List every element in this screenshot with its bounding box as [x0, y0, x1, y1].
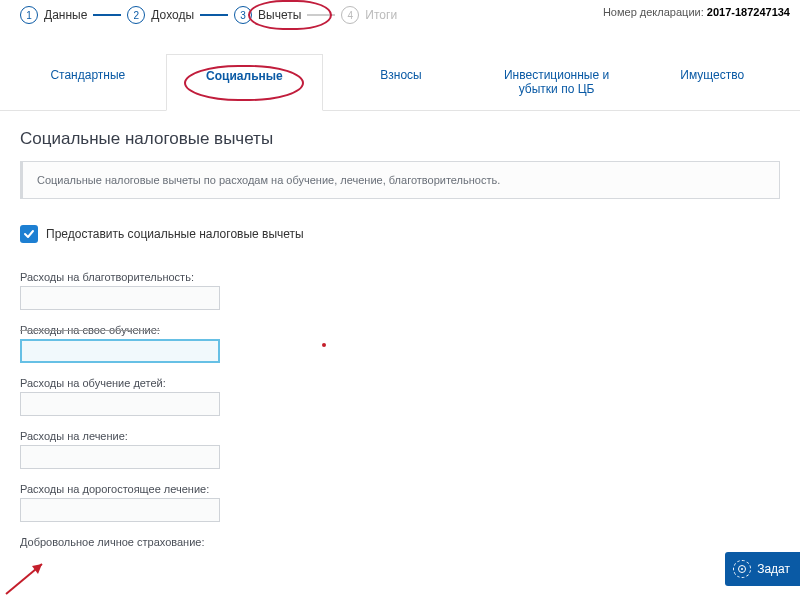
- declaration-label: Номер декларации:: [603, 6, 704, 18]
- declaration-number: Номер декларации: 2017-187247134: [603, 6, 790, 18]
- input-treatment[interactable]: [20, 445, 220, 469]
- field-label-expensive-treatment: Расходы на дорогостоящее лечение:: [20, 483, 780, 495]
- field-label-charity: Расходы на благотворительность:: [20, 271, 780, 283]
- checkbox-label: Предоставить социальные налоговые вычеты: [46, 227, 304, 241]
- tab-investments[interactable]: Инвестиционные и убытки по ЦБ: [479, 54, 635, 110]
- section-title: Социальные налоговые вычеты: [20, 129, 780, 149]
- checkbox-row[interactable]: Предоставить социальные налоговые вычеты: [20, 225, 780, 243]
- tab-label: Взносы: [380, 68, 421, 82]
- step-number: 4: [341, 6, 359, 24]
- step-4: 4 Итоги: [341, 6, 397, 24]
- input-charity[interactable]: [20, 286, 220, 310]
- info-box: Социальные налоговые вычеты по расходам …: [20, 161, 780, 199]
- tab-label: Стандартные: [50, 68, 125, 82]
- annotation-arrow-icon: [2, 558, 52, 598]
- check-icon: [23, 228, 35, 240]
- input-own-education[interactable]: [20, 339, 220, 363]
- tab-label: Социальные: [206, 69, 283, 83]
- tab-label: Инвестиционные и убытки по ЦБ: [504, 68, 609, 96]
- input-children-education[interactable]: [20, 392, 220, 416]
- field-label-own-education: Расходы на свое обучение:: [20, 324, 780, 336]
- step-label: Данные: [44, 8, 87, 22]
- tab-property[interactable]: Имущество: [634, 54, 790, 110]
- stepper: 1 Данные 2 Доходы 3 Вычеты 4 Итоги: [20, 6, 397, 24]
- tab-social[interactable]: Социальные: [166, 54, 324, 111]
- annotation-dot: [322, 343, 326, 347]
- step-separator: [307, 14, 335, 16]
- svg-marker-1: [32, 564, 42, 574]
- help-icon: [733, 560, 751, 578]
- step-number: 2: [127, 6, 145, 24]
- declaration-value: 2017-187247134: [707, 6, 790, 18]
- step-label: Итоги: [365, 8, 397, 22]
- tab-label: Имущество: [680, 68, 744, 82]
- tabs: Стандартные Социальные Взносы Инвестицио…: [0, 54, 800, 111]
- step-label: Вычеты: [258, 8, 301, 22]
- step-label: Доходы: [151, 8, 194, 22]
- step-3[interactable]: 3 Вычеты: [234, 6, 301, 24]
- step-number: 3: [234, 6, 252, 24]
- input-expensive-treatment[interactable]: [20, 498, 220, 522]
- help-button[interactable]: Задат: [725, 552, 800, 586]
- tab-contributions[interactable]: Взносы: [323, 54, 479, 110]
- tab-standard[interactable]: Стандартные: [10, 54, 166, 110]
- svg-line-0: [6, 564, 42, 594]
- step-2[interactable]: 2 Доходы: [127, 6, 194, 24]
- step-1[interactable]: 1 Данные: [20, 6, 87, 24]
- field-label-children-education: Расходы на обучение детей:: [20, 377, 780, 389]
- field-label-insurance: Добровольное личное страхование:: [20, 536, 780, 548]
- step-number: 1: [20, 6, 38, 24]
- svg-point-3: [741, 568, 743, 570]
- checkbox-provide-social[interactable]: [20, 225, 38, 243]
- help-label: Задат: [757, 562, 790, 576]
- step-separator: [93, 14, 121, 16]
- step-separator: [200, 14, 228, 16]
- field-label-treatment: Расходы на лечение:: [20, 430, 780, 442]
